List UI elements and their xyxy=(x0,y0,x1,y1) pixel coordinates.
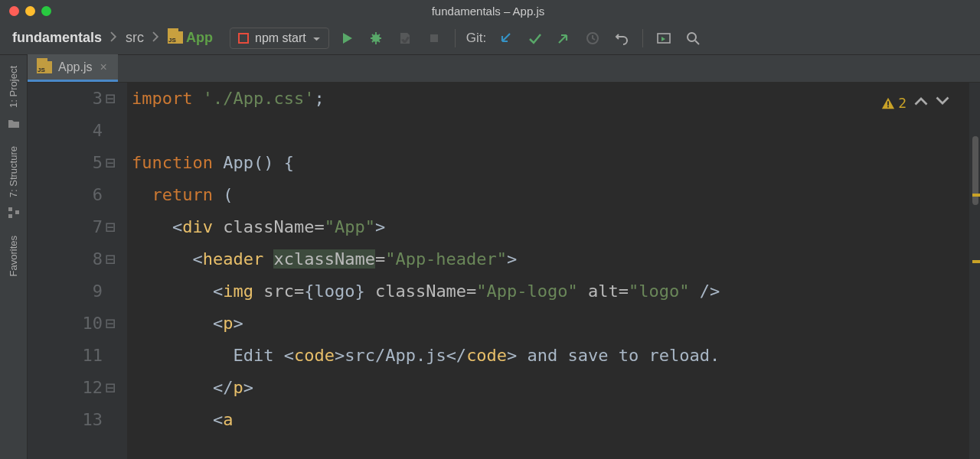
chevron-down-icon[interactable] xyxy=(936,87,949,119)
line-numbers: 345678910111213 xyxy=(28,83,103,459)
breadcrumb-src[interactable]: src xyxy=(122,28,147,47)
structure-icon xyxy=(8,207,20,219)
tab-app-js[interactable]: App.js × xyxy=(28,54,118,82)
vcs-history-button[interactable] xyxy=(581,27,604,50)
run-button[interactable] xyxy=(335,27,358,50)
run-coverage-button[interactable] xyxy=(394,27,416,50)
debug-button[interactable] xyxy=(364,27,387,50)
npm-icon xyxy=(238,33,249,44)
warning-icon: 2 xyxy=(881,87,906,119)
chevron-right-icon xyxy=(147,30,165,46)
error-stripe[interactable] xyxy=(969,83,980,459)
breadcrumb-file[interactable]: App xyxy=(165,28,216,47)
undo-button[interactable] xyxy=(610,27,633,50)
warning-marker[interactable] xyxy=(972,260,980,263)
chevron-down-icon xyxy=(312,31,321,45)
code-area[interactable]: 2 import './App.css'; function App() { r… xyxy=(127,83,980,459)
vcs-commit-button[interactable] xyxy=(523,27,546,50)
vcs-update-button[interactable] xyxy=(494,27,517,50)
inspection-indicator[interactable]: 2 xyxy=(881,87,949,119)
folder-icon xyxy=(8,117,20,129)
vcs-push-button[interactable] xyxy=(552,27,575,50)
titlebar: fundamentals – App.js xyxy=(0,0,980,21)
breadcrumb-root[interactable]: fundamentals xyxy=(9,28,105,47)
js-file-icon xyxy=(168,31,183,44)
warning-marker[interactable] xyxy=(972,194,980,197)
code-editor[interactable]: 345678910111213 ⊟⊟⊟⊟⊟⊟ 2 import './App.c… xyxy=(28,83,980,459)
toolbar: fundamentals src App npm start Git: xyxy=(0,21,980,55)
js-file-icon xyxy=(37,61,52,73)
structure-toolwindow-tab[interactable]: 7: Structure xyxy=(6,140,21,203)
tab-label: App.js xyxy=(58,60,92,74)
stop-button[interactable] xyxy=(423,27,446,50)
svg-rect-6 xyxy=(8,214,12,218)
gutter: 345678910111213 ⊟⊟⊟⊟⊟⊟ xyxy=(28,83,127,459)
svg-rect-1 xyxy=(430,34,438,42)
window-title: fundamentals – App.js xyxy=(51,5,925,18)
svg-point-4 xyxy=(688,33,696,41)
favorites-toolwindow-tab[interactable]: Favorites xyxy=(6,230,21,282)
search-button[interactable] xyxy=(681,27,704,50)
left-toolwindow-bar: 1: Project 7: Structure Favorites xyxy=(0,55,28,459)
toolbar-divider xyxy=(642,29,643,47)
close-window-icon[interactable] xyxy=(9,6,19,16)
toolbar-divider xyxy=(455,29,456,47)
zoom-window-icon[interactable] xyxy=(41,6,51,16)
project-toolwindow-tab[interactable]: 1: Project xyxy=(6,60,21,114)
run-config-selector[interactable]: npm start xyxy=(230,28,329,49)
chevron-up-icon[interactable] xyxy=(914,87,928,119)
run-config-label: npm start xyxy=(255,31,306,45)
close-icon[interactable]: × xyxy=(98,60,108,74)
chevron-right-icon xyxy=(105,30,122,46)
svg-rect-5 xyxy=(8,207,12,211)
editor-tabs: App.js × xyxy=(28,55,980,83)
breadcrumb: fundamentals src App xyxy=(9,28,216,47)
minimize-window-icon[interactable] xyxy=(25,6,35,16)
git-label: Git: xyxy=(466,31,486,46)
svg-rect-7 xyxy=(15,210,19,214)
svg-rect-9 xyxy=(887,106,889,108)
svg-rect-8 xyxy=(887,101,889,105)
fold-gutter[interactable]: ⊟⊟⊟⊟⊟⊟ xyxy=(103,83,118,459)
select-run-target-button[interactable] xyxy=(652,27,675,50)
window-controls xyxy=(9,6,51,16)
